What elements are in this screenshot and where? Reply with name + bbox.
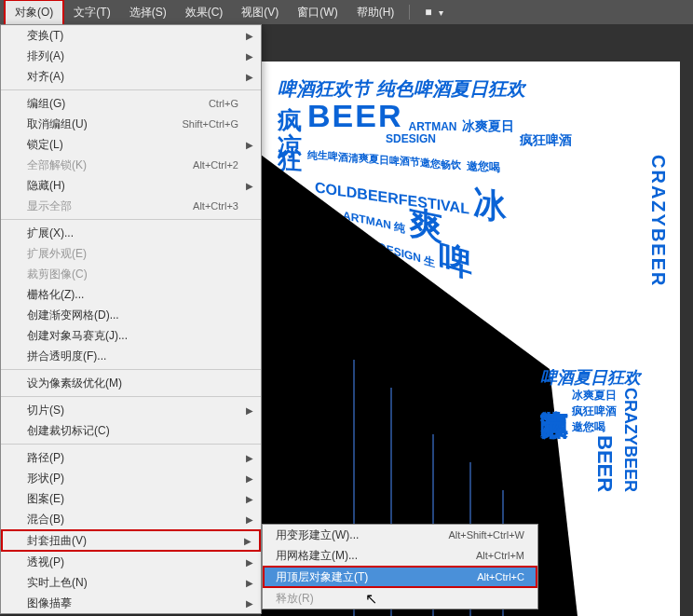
submenu-item-shortcut: Alt+Ctrl+C (477, 571, 524, 582)
menu-item-21[interactable]: 切片(S)▶ (1, 400, 261, 420)
menu-item-17[interactable]: 拼合透明度(F)... (1, 346, 261, 366)
menu-object[interactable]: 对象(O) (4, 0, 64, 26)
menu-item-27[interactable]: 混合(B)▶ (1, 509, 261, 529)
menu-item-label: 编组(G) (27, 96, 209, 112)
menu-separator (1, 444, 261, 445)
menubar-divider (409, 5, 410, 20)
chevron-right-icon: ▶ (246, 494, 253, 504)
menu-item-4[interactable]: 编组(G)Ctrl+G (1, 93, 261, 114)
menu-window[interactable]: 窗口(W) (288, 1, 346, 24)
chevron-right-icon: ▶ (246, 473, 253, 484)
menu-item-label: 拼合透明度(F)... (27, 349, 238, 364)
submenu-item-0[interactable]: 用变形建立(W)...Alt+Shift+Ctrl+W (263, 525, 537, 545)
submenu-item-3: 释放(R) (263, 588, 537, 609)
menu-item-label: 对齐(A) (27, 69, 238, 85)
menu-separator (1, 396, 261, 397)
chevron-right-icon: ▶ (246, 557, 253, 568)
submenu-item-2[interactable]: 用顶层对象建立(T)Alt+Ctrl+C (263, 566, 537, 588)
menu-item-label: 裁剪图像(C) (27, 267, 238, 282)
menu-item-label: 显示全部 (27, 198, 193, 214)
chevron-right-icon: ▶ (246, 578, 253, 588)
menu-item-2[interactable]: 对齐(A)▶ (1, 66, 261, 87)
menu-item-label: 变换(T) (27, 28, 238, 44)
menu-item-13: 裁剪图像(C) (1, 264, 261, 284)
menu-item-shortcut: Ctrl+G (209, 98, 238, 109)
submenu-item-label: 用变形建立(W)... (276, 527, 448, 543)
menu-item-label: 全部解锁(K) (27, 157, 193, 173)
menu-item-label: 图案(E) (27, 491, 238, 507)
menu-item-label: 隐藏(H) (27, 178, 238, 194)
menu-item-label: 封套扭曲(V) (27, 533, 238, 549)
submenu-item-label: 释放(R) (276, 591, 524, 607)
submenu-item-1[interactable]: 用网格建立(M)...Alt+Ctrl+M (263, 545, 537, 566)
menu-item-shortcut: Shift+Ctrl+G (182, 118, 238, 130)
menu-help[interactable]: 帮助(H) (347, 1, 404, 24)
menu-item-label: 设为像素级优化(M) (27, 376, 238, 391)
menu-item-9: 显示全部Alt+Ctrl+3 (1, 196, 261, 216)
chevron-right-icon: ▶ (246, 598, 253, 609)
menu-item-16[interactable]: 创建对象马赛克(J)... (1, 325, 261, 346)
chevron-right-icon: ▶ (246, 72, 253, 82)
chevron-right-icon: ▶ (246, 453, 253, 463)
menu-item-12: 扩展外观(E) (1, 243, 261, 264)
menu-item-30[interactable]: 实时上色(N)▶ (1, 572, 261, 593)
menu-item-label: 创建渐变网格(D)... (27, 308, 238, 323)
chevron-right-icon: ▶ (246, 51, 253, 62)
menu-item-26[interactable]: 图案(E)▶ (1, 488, 261, 509)
menu-item-1[interactable]: 排列(A)▶ (1, 46, 261, 66)
menu-item-25[interactable]: 形状(P)▶ (1, 468, 261, 488)
menu-item-22[interactable]: 创建裁切标记(C) (1, 420, 261, 441)
chevron-right-icon: ▶ (246, 514, 253, 525)
menu-item-shortcut: Alt+Ctrl+2 (193, 159, 238, 171)
chevron-right-icon: ▶ (246, 31, 253, 41)
menu-item-label: 路径(P) (27, 450, 238, 466)
menu-item-label: 混合(B) (27, 512, 238, 527)
menu-item-5[interactable]: 取消编组(U)Shift+Ctrl+G (1, 114, 261, 134)
menu-item-0[interactable]: 变换(T)▶ (1, 25, 261, 46)
object-menu-dropdown[interactable]: 变换(T)▶排列(A)▶对齐(A)▶编组(G)Ctrl+G取消编组(U)Shif… (0, 24, 262, 614)
menu-item-label: 形状(P) (27, 471, 238, 486)
menu-effect[interactable]: 效果(C) (176, 1, 233, 24)
menu-item-29[interactable]: 透视(P)▶ (1, 552, 261, 572)
menu-item-label: 切片(S) (27, 403, 238, 418)
chevron-right-icon: ▶ (244, 536, 251, 546)
menu-item-label: 扩展(X)... (27, 226, 238, 241)
menu-item-label: 图像描摹 (27, 595, 238, 611)
menu-item-8[interactable]: 隐藏(H)▶ (1, 175, 261, 196)
chevron-right-icon: ▶ (246, 140, 253, 150)
menu-item-label: 扩展外观(E) (27, 246, 238, 262)
menu-text[interactable]: 文字(T) (64, 1, 119, 24)
menu-separator (1, 89, 261, 90)
chevron-right-icon: ▶ (246, 405, 253, 416)
menu-item-11[interactable]: 扩展(X)... (1, 223, 261, 243)
toolbar-essentials[interactable]: ■ ▾ (415, 2, 453, 22)
menu-item-label: 锁定(L) (27, 137, 238, 153)
menubar: 对象(O) 文字(T) 选择(S) 效果(C) 视图(V) 窗口(W) 帮助(H… (0, 0, 693, 24)
menu-item-label: 创建裁切标记(C) (27, 423, 238, 439)
menu-item-7: 全部解锁(K)Alt+Ctrl+2 (1, 155, 261, 175)
menu-separator (1, 369, 261, 370)
menu-item-6[interactable]: 锁定(L)▶ (1, 134, 261, 155)
submenu-item-shortcut: Alt+Shift+Ctrl+W (448, 529, 524, 541)
cursor-icon: ↖ (365, 590, 377, 608)
menu-item-label: 栅格化(Z)... (27, 287, 238, 303)
menu-item-label: 排列(A) (27, 48, 238, 64)
menu-select[interactable]: 选择(S) (120, 1, 176, 24)
submenu-item-label: 用网格建立(M)... (276, 548, 476, 564)
menu-item-label: 创建对象马赛克(J)... (27, 328, 238, 344)
menu-item-28[interactable]: 封套扭曲(V)▶ (1, 529, 261, 552)
menu-item-14[interactable]: 栅格化(Z)... (1, 284, 261, 305)
menu-item-19[interactable]: 设为像素级优化(M) (1, 373, 261, 393)
menu-item-24[interactable]: 路径(P)▶ (1, 447, 261, 468)
submenu-item-label: 用顶层对象建立(T) (276, 569, 477, 585)
menu-item-shortcut: Alt+Ctrl+3 (193, 200, 238, 212)
menu-item-label: 透视(P) (27, 554, 238, 570)
chevron-right-icon: ▶ (246, 181, 253, 191)
menu-item-label: 取消编组(U) (27, 116, 182, 132)
menu-item-label: 实时上色(N) (27, 575, 238, 591)
menu-item-15[interactable]: 创建渐变网格(D)... (1, 305, 261, 325)
envelope-distort-submenu[interactable]: 用变形建立(W)...Alt+Shift+Ctrl+W用网格建立(M)...Al… (262, 524, 538, 609)
menu-item-31[interactable]: 图像描摹▶ (1, 593, 261, 613)
menu-separator (1, 219, 261, 220)
menu-view[interactable]: 视图(V) (232, 1, 288, 24)
